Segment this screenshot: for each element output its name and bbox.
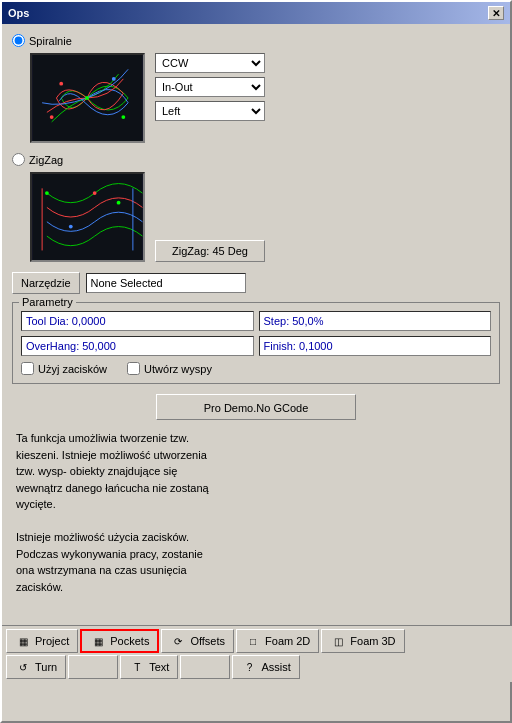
tab-pockets[interactable]: ▦ Pockets: [80, 629, 159, 653]
tab-turn-label: Turn: [35, 661, 57, 673]
tab-foam3d[interactable]: ◫ Foam 3D: [321, 629, 404, 653]
zigzag-btn-wrap: ZigZag: 45 Deg: [155, 172, 265, 262]
spiral-radio[interactable]: [12, 34, 25, 47]
tab-foam3d-label: Foam 3D: [350, 635, 395, 647]
tab-project[interactable]: ▦ Project: [6, 629, 78, 653]
description-text: Ta funkcja umożliwia tworzenie tzw. kies…: [12, 430, 500, 595]
tab-offsets-label: Offsets: [190, 635, 225, 647]
zigzag-radio[interactable]: [12, 153, 25, 166]
pocket-icon: ▦: [90, 633, 106, 649]
title-bar: Ops ✕: [2, 2, 510, 24]
ccw-select-wrapper: CCW CW: [155, 53, 265, 73]
ccw-select[interactable]: CCW CW: [155, 53, 265, 73]
spiral-dropdowns: CCW CW In-Out Out-In Lef: [155, 53, 265, 143]
tab-text[interactable]: T Text: [120, 655, 178, 679]
svg-point-10: [117, 201, 121, 205]
tab-text-label: Text: [149, 661, 169, 673]
spiral-label: Spiralnie: [29, 35, 72, 47]
tab-foam2d-label: Foam 2D: [265, 635, 310, 647]
left-select-wrapper: Left Right: [155, 101, 265, 121]
finish-field[interactable]: Finish: 0,1000: [259, 336, 492, 356]
tab-assist[interactable]: ? Assist: [232, 655, 299, 679]
tool-row: Narzędzie None Selected: [12, 272, 500, 294]
tool-name-display: None Selected: [86, 273, 246, 293]
step-field[interactable]: Step: 50,0%: [259, 311, 492, 331]
svg-point-8: [93, 191, 97, 195]
zigzag-section: ZigZag: [12, 153, 500, 262]
tool-button[interactable]: Narzędzie: [12, 272, 80, 294]
zigzag-button[interactable]: ZigZag: 45 Deg: [155, 240, 265, 262]
left-select[interactable]: Left Right: [155, 101, 265, 121]
parameters-group: Parametry Tool Dia: 0,0000 Step: 50,0% O…: [12, 302, 500, 384]
close-button[interactable]: ✕: [488, 6, 504, 20]
param-grid: Tool Dia: 0,0000 Step: 50,0% OverHang: 5…: [21, 311, 491, 356]
clamp-checkbox[interactable]: [21, 362, 34, 375]
tab-project-label: Project: [35, 635, 69, 647]
svg-point-5: [50, 115, 54, 119]
inout-select[interactable]: In-Out Out-In: [155, 77, 265, 97]
zigzag-preview: [30, 172, 145, 262]
zigzag-radio-label[interactable]: ZigZag: [12, 153, 500, 166]
tab-row-2: ↺ Turn T Text ? Assist: [6, 655, 510, 679]
svg-rect-6: [33, 174, 143, 260]
main-window: Ops ✕ Spiralnie: [0, 0, 512, 723]
offset-icon: ⟳: [170, 633, 186, 649]
tab-row-1: ▦ Project ▦ Pockets ⟳ Offsets □ Foam 2D …: [6, 629, 510, 653]
foam2d-icon: □: [245, 633, 261, 649]
tab-foam2d[interactable]: □ Foam 2D: [236, 629, 319, 653]
svg-point-9: [69, 225, 73, 229]
tab-empty2[interactable]: [180, 655, 230, 679]
svg-point-4: [121, 115, 125, 119]
tab-pockets-label: Pockets: [110, 635, 149, 647]
clamp-label: Użyj zacisków: [38, 363, 107, 375]
text-icon: T: [129, 659, 145, 675]
svg-point-7: [45, 191, 49, 195]
foam3d-icon: ◫: [330, 633, 346, 649]
clamp-checkbox-label[interactable]: Użyj zacisków: [21, 362, 107, 375]
tab-assist-label: Assist: [261, 661, 290, 673]
overhang-field[interactable]: OverHang: 50,000: [21, 336, 254, 356]
island-label: Utwórz wyspy: [144, 363, 212, 375]
spiral-controls: CCW CW In-Out Out-In Lef: [30, 53, 500, 143]
assist-icon: ?: [241, 659, 257, 675]
svg-point-3: [112, 77, 116, 81]
tab-turn[interactable]: ↺ Turn: [6, 655, 66, 679]
turn-icon: ↺: [15, 659, 31, 675]
spiral-section: Spiralnie: [12, 34, 500, 143]
island-checkbox-label[interactable]: Utwórz wyspy: [127, 362, 212, 375]
spiral-radio-label[interactable]: Spiralnie: [12, 34, 500, 47]
tab-offsets[interactable]: ⟳ Offsets: [161, 629, 234, 653]
tool-dia-field[interactable]: Tool Dia: 0,0000: [21, 311, 254, 331]
zigzag-label: ZigZag: [29, 154, 63, 166]
tab-empty1[interactable]: [68, 655, 118, 679]
checkbox-row: Użyj zacisków Utwórz wyspy: [21, 362, 491, 375]
parameters-label: Parametry: [19, 296, 76, 308]
bottom-bar: ▦ Project ▦ Pockets ⟳ Offsets □ Foam 2D …: [2, 625, 512, 682]
spiral-preview: [30, 53, 145, 143]
generate-button[interactable]: Pro Demo.No GCode: [156, 394, 356, 420]
svg-point-2: [59, 82, 63, 86]
window-title: Ops: [8, 7, 29, 19]
zigzag-controls: ZigZag: 45 Deg: [30, 172, 500, 262]
island-checkbox[interactable]: [127, 362, 140, 375]
grid-icon: ▦: [15, 633, 31, 649]
inout-select-wrapper: In-Out Out-In: [155, 77, 265, 97]
svg-point-1: [85, 96, 89, 100]
content-area: Spiralnie: [2, 24, 510, 615]
